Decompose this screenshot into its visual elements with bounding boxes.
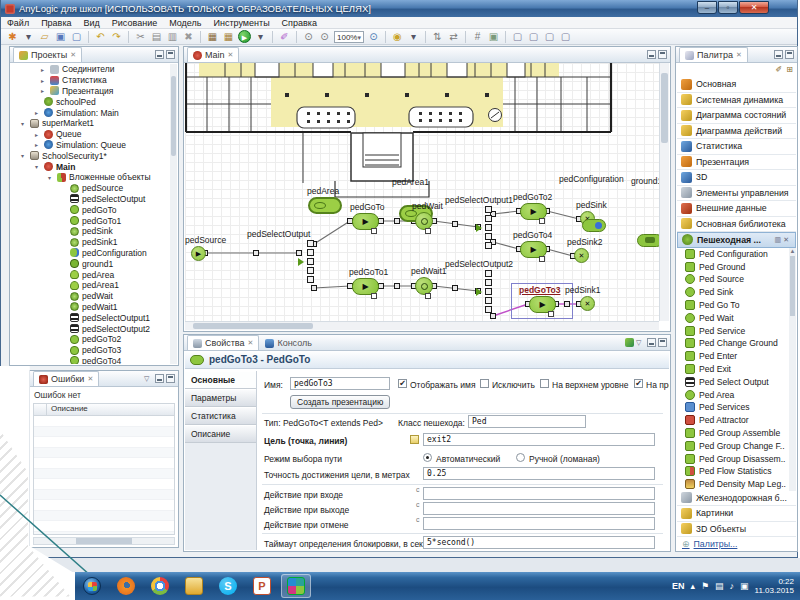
checkbox-show-name[interactable]: ✔ — [398, 379, 407, 388]
flowchart-node-pedGoTo1[interactable]: ▶ — [352, 278, 379, 295]
flowchart-node-pedSource[interactable]: ▶ — [191, 246, 206, 261]
menu-Инструменты[interactable]: Инструменты — [213, 18, 269, 27]
menu-Правка[interactable]: Правка — [41, 18, 71, 27]
close-icon[interactable]: ✕ — [70, 51, 76, 59]
tree-item[interactable]: pedGoTo3 — [11, 345, 170, 356]
tree-item[interactable]: pedSelectOutput1 — [11, 312, 170, 323]
properties-nav-Статистика[interactable]: Статистика — [185, 407, 256, 425]
tree-item[interactable]: ▾Вложенные объекты — [11, 172, 170, 183]
expand-arrow-icon[interactable]: ▸ — [35, 141, 41, 148]
taskbar-explorer[interactable] — [179, 574, 209, 598]
delete-icon[interactable]: ✖ — [182, 31, 195, 43]
tree-item[interactable]: pedWait1 — [11, 302, 170, 313]
maximize-button[interactable]: ▫ — [718, 1, 738, 14]
name-input[interactable]: pedGoTo3 — [290, 377, 390, 390]
expand-arrow-icon[interactable]: ▾ — [48, 174, 54, 181]
add-icon[interactable]: ⊞ — [786, 65, 793, 74]
palette-item[interactable]: Ped Group Change F.. — [677, 439, 796, 452]
tree-item[interactable]: ▸Соединители — [11, 64, 170, 75]
checkbox-presentation[interactable]: ✔ — [634, 379, 643, 388]
tray-icon[interactable]: ▣ — [740, 581, 749, 591]
action-cancel-input[interactable] — [423, 517, 655, 530]
palettes-link[interactable]: ⊕Палитры... — [677, 537, 796, 550]
pin-icon[interactable]: ✐ — [776, 65, 783, 74]
taskbar-skype[interactable]: S — [213, 574, 243, 598]
palette-section[interactable]: 3D — [677, 170, 796, 186]
taskbar-anylogic[interactable] — [281, 574, 311, 598]
tree-item[interactable]: pedSelectOutput — [11, 194, 170, 205]
palette-item[interactable]: Ped Services — [677, 401, 796, 414]
palette-item[interactable]: Ped Wait — [677, 311, 796, 324]
flowchart-node-pedSelectOutput2[interactable] — [479, 270, 492, 313]
minimize-panel-icon[interactable] — [647, 338, 656, 347]
flowchart-node-pedWait[interactable] — [415, 212, 433, 230]
menu-Модель[interactable]: Модель — [169, 18, 201, 27]
flowchart-node-pedSelectOutput1[interactable] — [479, 206, 492, 249]
palette-section[interactable]: Диаграмма состояний — [677, 108, 796, 124]
expand-arrow-icon[interactable]: ▸ — [41, 66, 47, 73]
menu-Рисование[interactable]: Рисование — [112, 18, 157, 27]
zoom-level-select[interactable]: 100%▾ — [334, 31, 364, 43]
group-4-icon[interactable]: ▢ — [559, 31, 572, 43]
maximize-panel-icon[interactable] — [658, 50, 667, 59]
presentation-brush-icon[interactable]: ✐ — [278, 31, 291, 43]
taskbar-firefox[interactable] — [111, 574, 141, 598]
palette-section[interactable]: Статистика — [677, 139, 796, 155]
tree-item[interactable]: pedWait — [11, 291, 170, 302]
minimize-panel-icon[interactable] — [155, 374, 164, 383]
tray-expand-icon[interactable]: ▴ — [690, 581, 695, 591]
tree-item[interactable]: ▸Simulation: Main — [11, 107, 170, 118]
model-canvas[interactable]: ▶pedSourcepedSelectOutputpedAreapedArea1… — [185, 63, 659, 321]
palette-item[interactable]: Ped Exit — [677, 363, 796, 376]
palette-item[interactable]: Ped Select Output — [677, 375, 796, 388]
tree-item[interactable]: pedSource — [11, 183, 170, 194]
zoom-in-icon[interactable]: ⊙ — [318, 31, 331, 43]
tree-item[interactable]: ▸Статистика — [11, 75, 170, 86]
network-icon[interactable]: ▤ — [715, 581, 724, 591]
minimize-button[interactable]: – — [697, 1, 717, 14]
flowchart-node-pedGoTo4[interactable]: ▶ — [520, 241, 547, 258]
tree-item[interactable]: schoolPed — [11, 96, 170, 107]
tree-item[interactable]: ▸Simulation: Queue — [11, 140, 170, 151]
palette-section[interactable]: Системная динамика — [677, 93, 796, 109]
tree-item[interactable]: pedSink1 — [11, 237, 170, 248]
palette-item[interactable]: Ped Sink — [677, 286, 796, 299]
tree-item[interactable]: pedArea — [11, 269, 170, 280]
expand-arrow-icon[interactable]: ▸ — [35, 109, 41, 116]
save-icon[interactable]: ▣ — [54, 31, 67, 43]
tree-item[interactable]: ▾superMarket1 — [11, 118, 170, 129]
maximize-panel-icon[interactable] — [785, 50, 794, 59]
flowchart-node-pedSelectOutput[interactable] — [301, 240, 314, 283]
minimize-panel-icon[interactable] — [155, 50, 164, 59]
zoom-out-icon[interactable]: ⊙ — [302, 31, 315, 43]
flowchart-node-pedConfiguration[interactable] — [582, 219, 606, 232]
tree-item[interactable]: pedSink — [11, 226, 170, 237]
title-bar[interactable]: AnyLogic для школ [ИСПОЛЬЗОВАТЬ ТОЛЬКО В… — [1, 0, 797, 17]
zoom-reset-icon[interactable]: ⊙ — [367, 31, 380, 43]
run-dropdown-icon[interactable]: ▾ — [254, 31, 267, 43]
close-button[interactable]: ✕ — [739, 1, 769, 14]
minimize-panel-icon[interactable] — [774, 50, 783, 59]
palette-item[interactable]: Ped Change Ground — [677, 337, 796, 350]
tree-item[interactable]: ▾SchoolSecurity1* — [11, 150, 170, 161]
expand-arrow-icon[interactable]: ▸ — [35, 131, 41, 138]
tree-item[interactable]: ▸Queue — [11, 129, 170, 140]
open-icon[interactable]: ▱ — [38, 31, 51, 43]
checkbox-exclude[interactable] — [480, 379, 489, 388]
volume-icon[interactable]: ♪ — [730, 581, 735, 591]
expand-arrow-icon[interactable]: ▸ — [41, 77, 47, 84]
run-button[interactable]: ▶ — [238, 30, 251, 43]
copy-icon[interactable]: ▤ — [150, 31, 163, 43]
target-input[interactable]: exit2 — [423, 433, 655, 446]
tree-item[interactable]: pedArea1 — [11, 280, 170, 291]
close-icon[interactable]: ✕ — [87, 375, 93, 383]
action-enter-input[interactable] — [423, 487, 655, 500]
tree-item[interactable]: pedGoTo4 — [11, 356, 170, 364]
view-menu-icon[interactable]: ▽ — [144, 374, 153, 383]
palette-item[interactable]: Ped Go To — [677, 299, 796, 312]
tab-projects[interactable]: Проекты ✕ — [13, 47, 82, 62]
align-horizontal-icon[interactable]: ⇄ — [447, 31, 460, 43]
palette-section[interactable]: Элементы управления — [677, 186, 796, 202]
new-icon[interactable]: ✱ — [6, 31, 19, 43]
palette-section[interactable]: Основная библиотека — [677, 217, 796, 233]
